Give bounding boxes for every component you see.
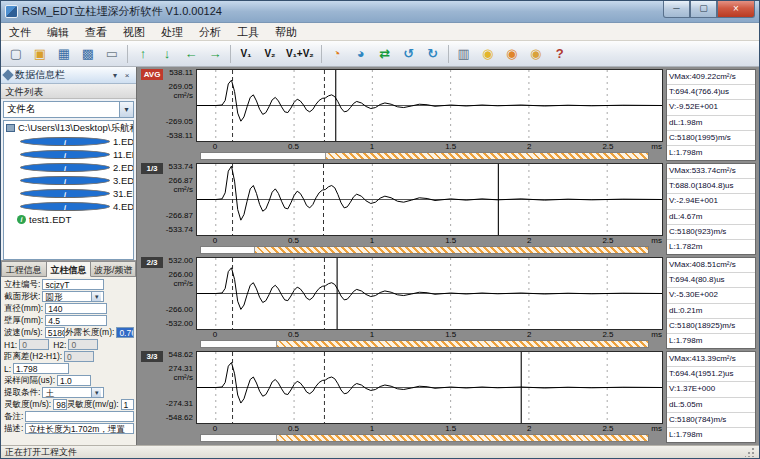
analysis-globe-2-button[interactable]: ◉: [501, 43, 523, 64]
file-name: test1.EDT: [29, 214, 71, 225]
maximize-button[interactable]: ▢: [690, 1, 717, 18]
h1-field[interactable]: 0: [19, 339, 49, 350]
file-item-11.EDT[interactable]: i11.EDT: [4, 148, 133, 161]
file-item-3.EDT[interactable]: i3.EDT: [4, 174, 133, 187]
tree-path-text: C:\Users\l13\Desktop\乐航程序处理\EDT: [18, 122, 133, 135]
chevron-down-icon[interactable]: ▾: [119, 102, 133, 117]
move-right-button[interactable]: →: [204, 43, 226, 64]
file-name: 1.EDT: [113, 136, 134, 147]
sensitivity-ms-label: 灵敏度(m/s):: [4, 399, 51, 410]
v2-button[interactable]: V₂: [259, 43, 281, 64]
extract-condition-select[interactable]: 土 ▾: [42, 387, 104, 398]
menu-item-编辑[interactable]: 编辑: [39, 23, 77, 41]
integrate-icon: ◔: [333, 47, 341, 60]
measurement-value: V:1.37E+000: [667, 382, 755, 397]
check-icon: i: [17, 215, 26, 224]
x-tick-label: 1: [370, 236, 374, 245]
swap-channels-button[interactable]: ⇄: [374, 43, 396, 64]
measurement-value: V:-5.30E+002: [667, 288, 755, 303]
help-button[interactable]: ?: [549, 43, 571, 64]
waveform-plot[interactable]: [196, 163, 663, 236]
file-list-header[interactable]: 文件列表: [1, 84, 136, 99]
file-item-1.EDT[interactable]: i1.EDT: [4, 135, 133, 148]
move-up-button[interactable]: ↑: [132, 43, 154, 64]
menu-item-帮助[interactable]: 帮助: [267, 23, 305, 41]
diameter-field[interactable]: 140: [45, 303, 107, 314]
tab-工程信息[interactable]: 工程信息: [1, 261, 47, 277]
sample-interval-label: 采样间隔(us):: [4, 375, 55, 386]
title-bar[interactable]: RSM_EDT立柱埋深分析软件 V1.0.00124 ─ ▢ ×: [1, 1, 759, 23]
distance-diff-field[interactable]: 0: [64, 351, 94, 362]
rotate-cw-button[interactable]: ↻: [422, 43, 444, 64]
description-field[interactable]: 立柱长度为1.702m，埋置: [25, 423, 134, 434]
file-item-4.EDT[interactable]: i4.EDT: [4, 200, 133, 213]
tab-立柱信息[interactable]: 立柱信息: [47, 261, 92, 277]
x-tick-label: 0.5: [288, 142, 299, 151]
sensitivity-ms-field[interactable]: 98: [53, 399, 66, 410]
remark-field[interactable]: [25, 411, 134, 422]
menu-item-分析[interactable]: 分析: [191, 23, 229, 41]
tab-波形/频谱[interactable]: 波形/频谱: [91, 261, 136, 277]
column-id-field[interactable]: scjzyT: [42, 279, 104, 290]
export-button[interactable]: ▭: [101, 43, 123, 64]
chart-area: AVG 538.11 269.05 cm²/s -269.05 -538.11 …: [137, 67, 759, 445]
resize-grip[interactable]: [745, 447, 755, 457]
y-max-label: 548.62: [169, 351, 193, 359]
y-mid-label: 269.05: [169, 83, 193, 91]
new-file-button[interactable]: ▢: [5, 43, 27, 64]
file-item-2.EDT[interactable]: i2.EDT: [4, 161, 133, 174]
analysis-globe-1-button[interactable]: ◉: [477, 43, 499, 64]
menu-item-处理[interactable]: 处理: [153, 23, 191, 41]
save-all-button[interactable]: ▩: [77, 43, 99, 64]
open-folder-button[interactable]: ▣: [29, 43, 51, 64]
waveform-plot[interactable]: [196, 69, 663, 142]
depth-bar: [200, 340, 649, 348]
x-tick-label: 2.5: [602, 142, 613, 151]
save-button[interactable]: ▦: [53, 43, 75, 64]
x-tick-label: 1: [370, 424, 374, 433]
wave-velocity-field[interactable]: 5180: [45, 327, 66, 338]
v1-plus-v2-button[interactable]: V₁+V₂: [283, 43, 317, 64]
file-item-31.EDT[interactable]: i31.EDT: [4, 187, 133, 200]
y-min-label: -538.11: [166, 132, 193, 140]
rotate-ccw-button[interactable]: ↺: [398, 43, 420, 64]
sample-interval-field[interactable]: 1.0: [57, 375, 91, 386]
panel-close-icon[interactable]: ×: [121, 71, 133, 80]
v1-button[interactable]: V₁: [235, 43, 257, 64]
move-down-button[interactable]: ↓: [156, 43, 178, 64]
waveform-plot[interactable]: [196, 351, 663, 424]
filter-button[interactable]: ◕: [350, 43, 372, 64]
y-mid-label: 274.31: [169, 365, 193, 373]
panel-pin-icon[interactable]: ▾: [109, 71, 121, 80]
y-mid-label: 266.87: [169, 177, 193, 185]
menu-item-文件[interactable]: 文件: [1, 23, 39, 41]
measurement-panel: VMax:408.51cm²/sT:694.4(80.8)usV:-5.30E+…: [666, 257, 756, 349]
integrate-button[interactable]: ◔: [326, 43, 348, 64]
tree-path-item[interactable]: C:\Users\l13\Desktop\乐航程序处理\EDT: [4, 121, 133, 135]
file-item-test1.EDT[interactable]: itest1.EDT: [4, 213, 133, 226]
exposed-length-field[interactable]: 0.76: [116, 327, 134, 338]
minimize-button[interactable]: ─: [663, 1, 690, 18]
menu-item-查看[interactable]: 查看: [77, 23, 115, 41]
y-neg-mid-label: -266.87: [166, 212, 193, 220]
file-name-combobox[interactable]: 文件名 ▾: [3, 101, 134, 118]
sensitivity-mvg-field[interactable]: 1: [121, 399, 134, 410]
report-button[interactable]: ▥: [453, 43, 475, 64]
analysis-globe-3-button[interactable]: ◉: [525, 43, 547, 64]
section-shape-select[interactable]: 圆形 ▾: [42, 291, 104, 302]
close-button[interactable]: ×: [717, 1, 755, 18]
main-content: 数据信息栏 ▾ × 文件列表 文件名 ▾ C:\Users\l13\Deskto…: [1, 67, 759, 445]
h2-field[interactable]: 0: [68, 339, 98, 350]
y-neg-mid-label: -269.05: [166, 118, 193, 126]
plot-column: 00.511.522.5ms: [196, 351, 663, 443]
waveform-plot[interactable]: [196, 257, 663, 330]
menu-item-视图[interactable]: 视图: [115, 23, 153, 41]
wall-thickness-field[interactable]: 4.5: [45, 315, 107, 326]
move-left-button[interactable]: ←: [180, 43, 202, 64]
y-axis-labels: 3/3 548.62 274.31 cm²/s -274.31 -548.62: [140, 351, 196, 443]
length-field[interactable]: 1.798: [13, 363, 69, 374]
menu-item-工具[interactable]: 工具: [229, 23, 267, 41]
channel-badge: 2/3: [141, 257, 163, 268]
y-min-label: -533.74: [166, 226, 193, 234]
depth-bar: [200, 246, 649, 254]
